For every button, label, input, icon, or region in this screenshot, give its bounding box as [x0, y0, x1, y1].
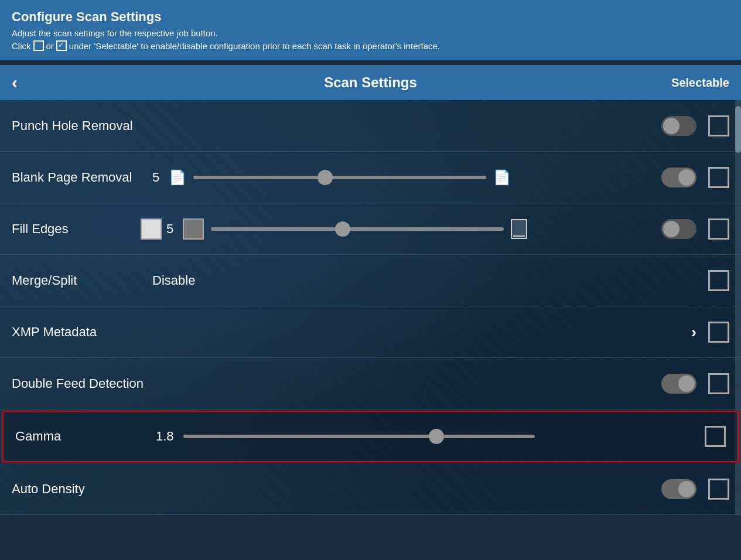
- back-button[interactable]: ‹: [12, 73, 18, 93]
- settings-content: Punch Hole Removal Blank Page Removal 5 …: [0, 100, 741, 515]
- blank-page-removal-toggle[interactable]: [661, 168, 696, 187]
- toggle-knob: [663, 221, 679, 237]
- blank-page-removal-slider[interactable]: [193, 176, 486, 179]
- xmp-metadata-row[interactable]: XMP Metadata ›: [0, 306, 741, 358]
- blank-page-removal-row: Blank Page Removal 5 📄 📄: [0, 152, 741, 203]
- punch-hole-removal-toggle[interactable]: [661, 116, 696, 136]
- auto-density-row: Auto Density: [0, 463, 741, 515]
- fill-edges-value: 5: [166, 221, 173, 237]
- merge-split-right: [708, 270, 729, 291]
- gamma-slider-container: [183, 435, 698, 438]
- auto-density-selectable[interactable]: [708, 479, 729, 500]
- fill-edges-color-white[interactable]: [141, 218, 162, 240]
- auto-density-label: Auto Density: [12, 482, 141, 497]
- double-feed-detection-row: Double Feed Detection: [0, 358, 741, 409]
- gamma-label: Gamma: [15, 429, 144, 444]
- fill-edges-row: Fill Edges 5: [0, 203, 741, 255]
- double-feed-detection-label: Double Feed Detection: [12, 376, 144, 391]
- punch-hole-removal-selectable[interactable]: [708, 115, 729, 136]
- nav-title: Scan Settings: [324, 74, 417, 91]
- merge-split-label: Merge/Split: [12, 273, 141, 288]
- blank-page-removal-selectable[interactable]: [708, 167, 729, 188]
- xmp-metadata-chevron-icon: ›: [691, 323, 696, 342]
- double-feed-detection-toggle[interactable]: [661, 374, 696, 394]
- xmp-metadata-right: ›: [691, 322, 729, 343]
- punch-hole-removal-controls: [661, 115, 729, 136]
- xmp-metadata-selectable[interactable]: [708, 322, 729, 343]
- instruction-suffix: under 'Selectable' to enable/disable con…: [69, 41, 440, 51]
- instruction-prefix: Click: [12, 41, 31, 51]
- merge-split-row: Merge/Split Disable: [0, 255, 741, 306]
- fill-edges-slider[interactable]: [211, 227, 504, 231]
- blank-page-removal-icon-right: 📄: [493, 169, 511, 186]
- merge-split-selectable[interactable]: [708, 270, 729, 291]
- nav-bar: ‹ Scan Settings Selectable: [0, 65, 741, 100]
- punch-hole-removal-label: Punch Hole Removal: [12, 118, 141, 134]
- blank-page-removal-value: 5: [152, 170, 159, 185]
- instruction-or: or: [46, 41, 54, 51]
- blank-page-removal-label: Blank Page Removal: [12, 170, 141, 185]
- info-bar: Configure Scan Settings Adjust the scan …: [0, 0, 741, 60]
- gamma-thumb[interactable]: [429, 429, 444, 444]
- merge-split-value: Disable: [152, 273, 195, 288]
- info-bar-subtitle: Adjust the scan settings for the respect…: [12, 28, 729, 38]
- blank-page-removal-icon-left: 📄: [169, 169, 186, 186]
- fill-edges-right: [661, 218, 729, 240]
- toggle-knob: [663, 118, 679, 134]
- toggle-knob: [678, 481, 695, 497]
- gamma-value: 1.8: [156, 429, 174, 444]
- blank-page-removal-thumb[interactable]: [317, 170, 333, 185]
- xmp-metadata-label: XMP Metadata: [12, 325, 141, 340]
- gamma-right: [705, 426, 726, 447]
- info-bar-instruction: Click or under 'Selectable' to enable/di…: [12, 40, 729, 51]
- fill-edges-label: Fill Edges: [12, 221, 141, 237]
- auto-density-toggle[interactable]: [661, 479, 696, 499]
- gamma-row: Gamma 1.8: [2, 411, 739, 462]
- toggle-knob: [678, 375, 695, 392]
- auto-density-right: [661, 479, 729, 500]
- fill-edges-slider-container: [183, 218, 654, 240]
- gamma-selectable[interactable]: [705, 426, 726, 447]
- fill-edges-selectable[interactable]: [708, 218, 729, 240]
- punch-hole-removal-row: Punch Hole Removal: [0, 100, 741, 152]
- selectable-header: Selectable: [671, 76, 729, 90]
- checked-checkbox-example: [56, 40, 67, 51]
- unchecked-checkbox-example: [33, 40, 44, 51]
- double-feed-detection-right: [661, 373, 729, 394]
- fill-edges-color-gray[interactable]: [183, 218, 204, 240]
- blank-page-removal-right: [661, 167, 729, 188]
- info-bar-title: Configure Scan Settings: [12, 9, 729, 25]
- double-feed-detection-selectable[interactable]: [708, 373, 729, 394]
- fill-edges-page-icon: [511, 219, 527, 239]
- blank-page-removal-slider-container: 📄 📄: [169, 169, 654, 186]
- toggle-knob: [678, 169, 695, 186]
- fill-edges-thumb[interactable]: [335, 221, 350, 237]
- gamma-slider[interactable]: [183, 435, 535, 438]
- fill-edges-toggle[interactable]: [661, 219, 696, 239]
